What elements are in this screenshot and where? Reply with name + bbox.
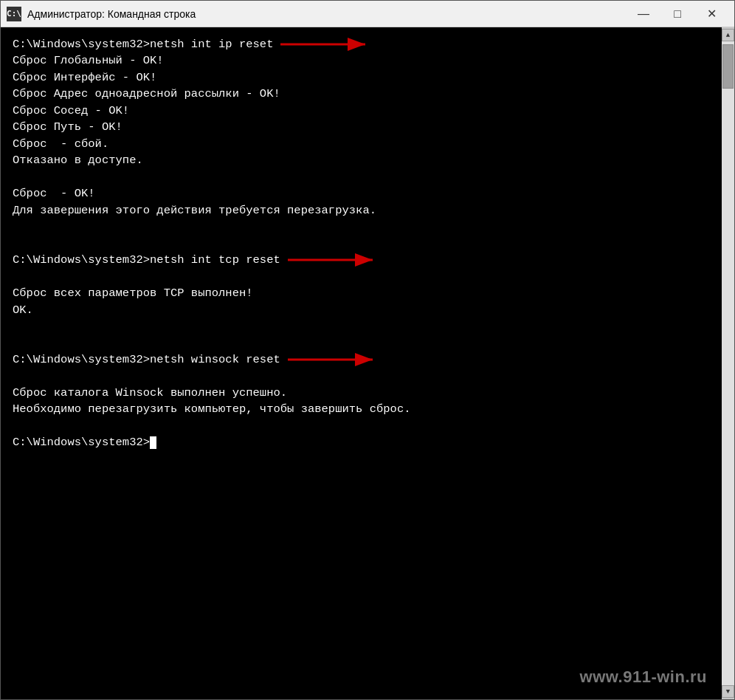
output-line-9: Сброс - OK! [13,185,710,202]
output-line-14: Необходимо перезагрузить компьютер, чтоб… [13,401,710,417]
final-prompt: C:\Windows\system32> [13,434,710,450]
empty-line-3 [13,236,710,252]
output-line-13: Сброс каталога Winsock выполнен успешно. [13,385,710,401]
arrow-icon-2 [288,252,384,268]
output-line-4: Сброс Адрес одноадресной рассылки - OK! [13,86,710,102]
scrollbar-thumb[interactable] [722,44,734,89]
output-line-6: Сброс Путь - OK! [13,119,710,135]
close-button[interactable]: ✕ [694,1,728,27]
content-area: C:\Windows\system32>netsh int ip reset С… [1,27,734,699]
output-line-12: OK. [13,302,710,318]
titlebar: C:\ Администратор: Командная строка — □ … [1,1,734,27]
arrow-icon-3 [288,351,384,368]
minimize-button[interactable]: — [627,1,660,27]
cursor [150,436,156,449]
empty-line-2 [13,219,710,235]
app-icon: C:\ [7,7,21,21]
empty-line-4 [13,269,710,285]
empty-line-6 [13,334,710,351]
window: C:\ Администратор: Командная строка — □ … [0,0,735,700]
output-line-3: Сброс Интерфейс - OK! [13,69,710,86]
output-line-7: Сброс - сбой. [13,136,710,152]
scroll-up-button[interactable]: ▲ [722,29,734,41]
empty-line-8 [13,418,710,434]
output-line-10: Для завершения этого действия требуется … [13,202,710,219]
empty-line-5 [13,318,710,334]
output-line-5: Сброс Сосед - OK! [13,103,710,119]
window-controls: — □ ✕ [627,1,728,27]
maximize-button[interactable]: □ [660,1,694,27]
scroll-down-button[interactable]: ▼ [722,685,734,698]
output-line-11: Сброс всех параметров TCP выполнен! [13,285,710,301]
cmd-line-3: C:\Windows\system32>netsh winsock reset [13,351,710,368]
output-line-2: Сброс Глобальный - OK! [13,52,710,69]
scrollbar-track[interactable] [722,41,734,685]
empty-line-1 [13,169,710,185]
scrollbar[interactable]: ▲ ▼ [722,27,734,699]
window-title: Администратор: Командная строка [27,8,627,20]
empty-line-7 [13,368,710,384]
terminal[interactable]: C:\Windows\system32>netsh int ip reset С… [1,27,722,699]
output-line-8: Отказано в доступе. [13,152,710,168]
cmd-line-2: C:\Windows\system32>netsh int tcp reset [13,252,710,268]
arrow-icon-1 [280,36,376,52]
cmd-line-1: C:\Windows\system32>netsh int ip reset [13,36,710,52]
watermark: www.911-win.ru [580,665,707,689]
